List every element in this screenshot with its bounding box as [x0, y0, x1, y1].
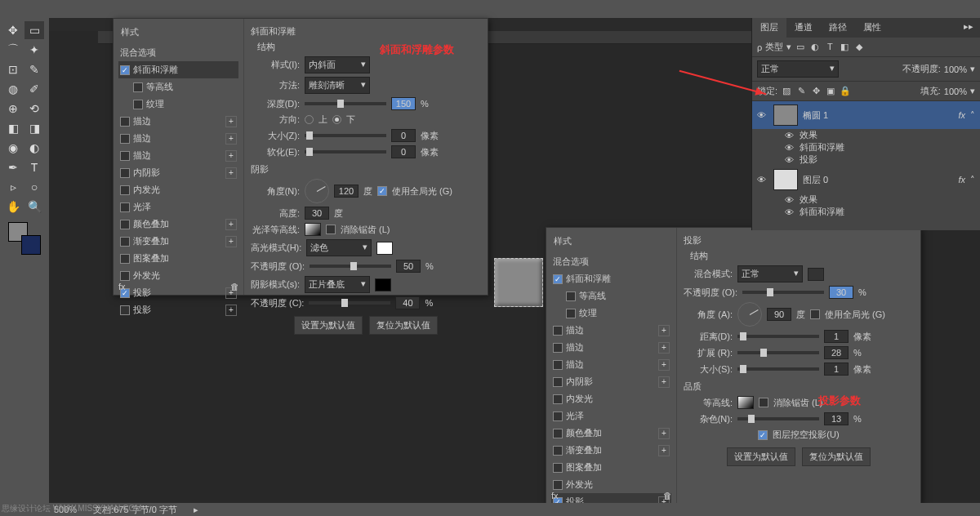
style-纹理[interactable]: 纹理 [118, 96, 238, 113]
shadow-mode-select[interactable]: 正片叠底▾ [305, 276, 370, 293]
style-checkbox[interactable] [553, 377, 563, 387]
gloss-contour[interactable] [305, 223, 321, 236]
add-effect-icon[interactable]: + [225, 305, 237, 316]
blur-tool[interactable]: ◉ [3, 139, 23, 157]
blend-mode-select[interactable]: 正常▾ [757, 60, 839, 78]
style-描边[interactable]: 描边+ [551, 322, 671, 339]
filter-smart-icon[interactable]: ◆ [853, 42, 865, 53]
style-checkbox[interactable] [133, 100, 143, 109]
dodge-tool[interactable]: ◐ [24, 139, 44, 157]
style-内发光[interactable]: 内发光 [551, 390, 671, 407]
add-effect-icon[interactable]: + [658, 428, 670, 439]
style-checkbox[interactable] [120, 220, 130, 229]
marquee-tool[interactable]: ▭ [24, 21, 44, 39]
fx-icon[interactable]: fx [551, 491, 559, 500]
fx-icon[interactable]: fx [118, 282, 126, 291]
style-斜面和浮雕[interactable]: 斜面和浮雕 [118, 61, 238, 78]
style-select[interactable]: 内斜面▾ [305, 56, 370, 73]
add-effect-icon[interactable]: + [658, 359, 670, 371]
style-投影[interactable]: 投影+ [118, 301, 238, 318]
add-effect-icon[interactable]: + [225, 167, 237, 179]
style-描边[interactable]: 描边+ [551, 356, 671, 373]
style-图案叠加[interactable]: 图案叠加 [551, 459, 671, 476]
shape-tool[interactable]: ○ [24, 178, 44, 196]
lock-artboard-icon[interactable]: ▣ [825, 86, 836, 97]
global-light-checkbox[interactable] [810, 309, 820, 319]
style-checkbox[interactable] [120, 185, 130, 195]
style-checkbox[interactable] [553, 274, 563, 284]
style-checkbox[interactable] [120, 237, 130, 247]
style-checkbox[interactable] [120, 151, 130, 161]
brush-tool[interactable]: ✐ [24, 80, 44, 98]
lock-all-icon[interactable]: 🔒 [840, 86, 851, 97]
filter-type-icon[interactable]: T [824, 42, 835, 53]
history-tool[interactable]: ⟲ [24, 100, 44, 118]
path-tool[interactable]: ▹ [3, 178, 23, 196]
style-checkbox[interactable] [120, 202, 130, 212]
style-颜色叠加[interactable]: 颜色叠加+ [118, 216, 238, 233]
panel-menu-icon[interactable]: ▸▸ [957, 18, 980, 38]
filter-pixel-icon[interactable]: ▭ [795, 42, 806, 53]
style-内发光[interactable]: 内发光 [118, 181, 238, 198]
style-渐变叠加[interactable]: 渐变叠加+ [118, 233, 238, 250]
type-tool[interactable]: T [24, 158, 44, 176]
color-swatch[interactable] [8, 222, 41, 255]
style-checkbox[interactable] [120, 168, 130, 178]
lock-transparency-icon[interactable]: ▨ [781, 86, 792, 97]
layer-ellipse[interactable]: 👁椭圆 1fx˄ [752, 101, 980, 129]
style-checkbox[interactable] [553, 411, 563, 421]
style-checkbox[interactable] [120, 65, 130, 75]
style-描边[interactable]: 描边+ [118, 113, 238, 130]
global-light-checkbox[interactable] [377, 186, 387, 196]
shadow-color[interactable] [375, 278, 391, 291]
style-光泽[interactable]: 光泽 [118, 198, 238, 216]
style-checkbox[interactable] [553, 480, 563, 490]
add-effect-icon[interactable]: + [225, 236, 237, 247]
stamp-tool[interactable]: ⊕ [3, 100, 23, 118]
contour-picker[interactable] [737, 396, 754, 409]
style-checkbox[interactable] [553, 446, 563, 456]
style-checkbox[interactable] [553, 343, 563, 353]
blend-mode-select[interactable]: 正常▾ [737, 265, 803, 282]
style-checkbox[interactable] [553, 394, 563, 404]
add-effect-icon[interactable]: + [225, 116, 237, 127]
lasso-tool[interactable]: ⌒ [3, 41, 23, 59]
style-光泽[interactable]: 光泽 [551, 407, 671, 425]
highlight-mode-select[interactable]: 滤色▾ [306, 239, 372, 256]
dir-down-radio[interactable] [332, 115, 341, 124]
style-checkbox[interactable] [120, 117, 130, 127]
style-描边[interactable]: 描边+ [118, 147, 238, 164]
style-checkbox[interactable] [120, 305, 130, 315]
lock-pixels-icon[interactable]: ✎ [795, 86, 807, 97]
heal-tool[interactable]: ◍ [3, 80, 23, 98]
hand-tool[interactable]: ✋ [3, 198, 23, 216]
crop-tool[interactable]: ⊡ [3, 60, 23, 78]
style-checkbox[interactable] [566, 291, 576, 301]
style-渐变叠加[interactable]: 渐变叠加+ [551, 442, 671, 459]
filter-adjust-icon[interactable]: ◐ [809, 42, 821, 53]
style-斜面和浮雕[interactable]: 斜面和浮雕 [551, 270, 671, 287]
tab-channels[interactable]: 通道 [786, 18, 821, 38]
tab-layers[interactable]: 图层 [752, 18, 786, 38]
blending-options[interactable]: 混合选项 [118, 44, 238, 61]
reset-default-button[interactable]: 复位为默认值 [369, 316, 438, 335]
add-effect-icon[interactable]: + [658, 445, 670, 456]
antialias-checkbox[interactable] [326, 225, 336, 234]
style-checkbox[interactable] [120, 254, 130, 264]
visibility-icon[interactable]: 👁 [757, 110, 768, 120]
layer-0[interactable]: 👁图层 0fx˄ [752, 166, 980, 194]
style-等高线[interactable]: 等高线 [118, 78, 238, 96]
style-checkbox[interactable] [553, 326, 563, 336]
highlight-color[interactable] [376, 242, 393, 255]
size-slider[interactable] [305, 134, 386, 137]
style-描边[interactable]: 描边+ [551, 339, 671, 356]
add-effect-icon[interactable]: + [225, 133, 237, 145]
dir-up-radio[interactable] [305, 115, 314, 124]
add-effect-icon[interactable]: + [225, 219, 237, 230]
style-checkbox[interactable] [553, 360, 563, 370]
add-effect-icon[interactable]: + [658, 342, 670, 354]
style-内阴影[interactable]: 内阴影+ [118, 164, 238, 181]
pen-tool[interactable]: ✒ [3, 158, 23, 176]
set-default-button[interactable]: 设置为默认值 [727, 447, 795, 466]
gradient-tool[interactable]: ◨ [24, 119, 44, 137]
